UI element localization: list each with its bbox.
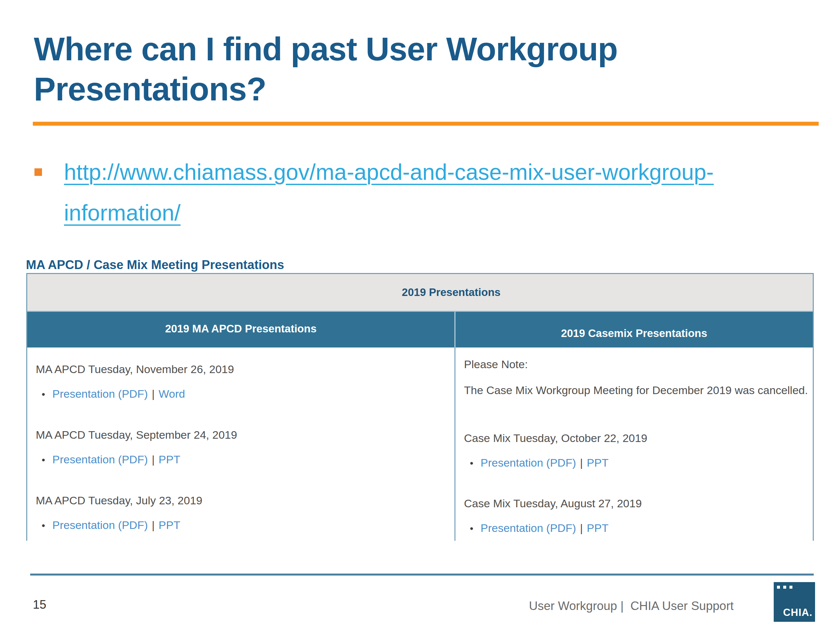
presentation-date: Case Mix Tuesday, October 22, 2019 [464,431,813,445]
bullet-dot-icon: • [42,389,45,400]
slide-title: Where can I find past User Workgroup Pre… [34,29,684,109]
bullet-dot-icon: • [470,458,474,469]
table-entry: MA APCD Tuesday, September 24, 2019 • Pr… [36,428,455,466]
presentation-date: MA APCD Tuesday, July 23, 2019 [36,494,455,507]
bullet-dot-icon: • [470,523,474,534]
table-caption-band: 2019 Presentations [27,274,813,312]
footer-text: User Workgroup | CHIA User Support [529,599,734,613]
presentation-links: • Presentation (PDF) | Word [36,387,455,400]
chia-logo: CHIA. [774,582,815,622]
link-separator: | [580,522,583,535]
presentation-date: Case Mix Tuesday, August 27, 2019 [464,497,813,510]
table-entry: MA APCD Tuesday, July 23, 2019 • Present… [36,494,455,532]
ppt-link[interactable]: PPT [158,519,180,532]
presentation-date: MA APCD Tuesday, September 24, 2019 [36,428,455,441]
column-header-ma-apcd: 2019 MA APCD Presentations [27,312,455,347]
presentation-pdf-link[interactable]: Presentation (PDF) [52,519,148,532]
presentations-table: 2019 Presentations 2019 MA APCD Presenta… [26,273,814,541]
presentation-pdf-link[interactable]: Presentation (PDF) [52,453,148,466]
column-header-casemix: 2019 Casemix Presentations [455,312,813,347]
presentation-links: • Presentation (PDF) | PPT [36,519,455,532]
presentation-pdf-link[interactable]: Presentation (PDF) [481,522,576,535]
url-link-line2[interactable]: information/ [64,192,714,233]
bullet-dot-icon: • [42,520,45,531]
title-divider [33,122,819,126]
url-link-line1[interactable]: http://www.chiamass.gov/ma-apcd-and-case… [64,152,714,192]
ppt-link[interactable]: PPT [158,453,180,466]
presentation-pdf-link[interactable]: Presentation (PDF) [481,456,576,469]
word-link[interactable]: Word [158,387,185,400]
table-entry: MA APCD Tuesday, November 26, 2019 • Pre… [36,363,455,400]
workgroup-info-link[interactable]: http://www.chiamass.gov/ma-apcd-and-case… [64,152,714,233]
ppt-link[interactable]: PPT [587,522,608,535]
casemix-column: Please Note: The Case Mix Workgroup Meet… [455,347,813,541]
link-separator: | [152,519,155,532]
page-number: 15 [33,598,46,612]
bullet-dot-icon: • [42,455,45,466]
link-separator: | [152,387,155,400]
web-table-heading: MA APCD / Case Mix Meeting Presentations [26,258,284,272]
presentation-pdf-link[interactable]: Presentation (PDF) [52,387,148,400]
table-entry: Case Mix Tuesday, August 27, 2019 • Pres… [464,497,813,535]
link-separator: | [152,453,155,466]
ppt-link[interactable]: PPT [587,456,608,469]
table-entry: Case Mix Tuesday, October 22, 2019 • Pre… [464,431,813,469]
url-bullet-row: http://www.chiamass.gov/ma-apcd-and-case… [35,152,714,233]
presentation-links: • Presentation (PDF) | PPT [464,456,813,469]
presentation-date: MA APCD Tuesday, November 26, 2019 [36,363,455,376]
presentation-links: • Presentation (PDF) | PPT [464,522,813,535]
note-body: The Case Mix Workgroup Meeting for Decem… [464,384,813,397]
logo-wordmark: CHIA. [783,607,812,619]
presentation-links: • Presentation (PDF) | PPT [36,453,455,466]
slide: Where can I find past User Workgroup Pre… [0,0,840,630]
link-separator: | [580,456,583,469]
table-body: MA APCD Tuesday, November 26, 2019 • Pre… [27,347,813,541]
ma-apcd-column: MA APCD Tuesday, November 26, 2019 • Pre… [27,347,455,541]
table-header-row: 2019 MA APCD Presentations 2019 Casemix … [27,312,813,347]
table-caption: 2019 Presentations [402,286,501,298]
footer-divider [30,573,814,576]
note-title: Please Note: [464,358,813,371]
logo-dots-icon [777,586,796,589]
bullet-square-icon [35,168,42,176]
